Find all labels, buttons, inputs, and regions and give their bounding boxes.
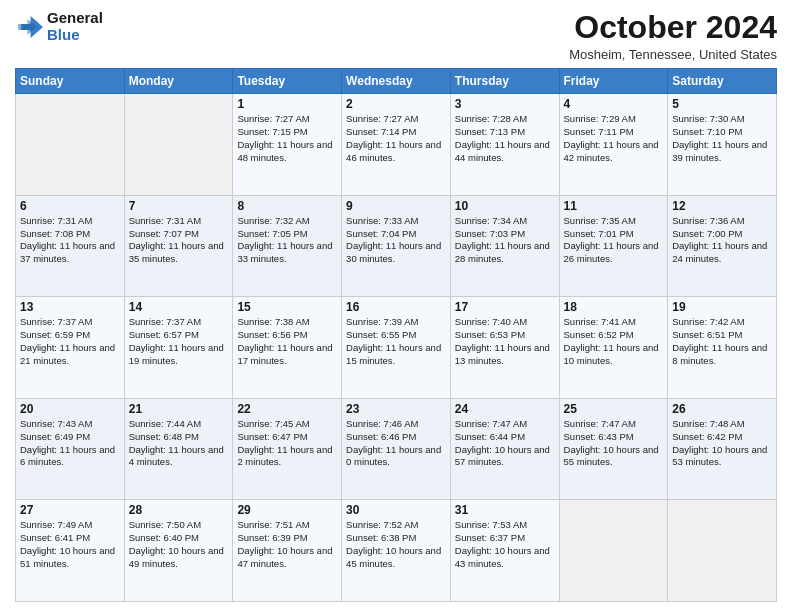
location: Mosheim, Tennessee, United States (569, 47, 777, 62)
day-number: 24 (455, 402, 555, 416)
day-cell: 14Sunrise: 7:37 AMSunset: 6:57 PMDayligh… (124, 297, 233, 399)
month-title: October 2024 (569, 10, 777, 45)
day-cell: 5Sunrise: 7:30 AMSunset: 7:10 PMDaylight… (668, 94, 777, 196)
day-info: Sunrise: 7:47 AMSunset: 6:43 PMDaylight:… (564, 418, 664, 469)
day-info: Sunrise: 7:51 AMSunset: 6:39 PMDaylight:… (237, 519, 337, 570)
page: General Blue October 2024 Mosheim, Tenne… (0, 0, 792, 612)
day-number: 3 (455, 97, 555, 111)
day-info: Sunrise: 7:47 AMSunset: 6:44 PMDaylight:… (455, 418, 555, 469)
day-number: 14 (129, 300, 229, 314)
day-number: 23 (346, 402, 446, 416)
day-info: Sunrise: 7:46 AMSunset: 6:46 PMDaylight:… (346, 418, 446, 469)
day-number: 10 (455, 199, 555, 213)
day-info: Sunrise: 7:49 AMSunset: 6:41 PMDaylight:… (20, 519, 120, 570)
day-number: 15 (237, 300, 337, 314)
day-cell: 7Sunrise: 7:31 AMSunset: 7:07 PMDaylight… (124, 195, 233, 297)
column-header-thursday: Thursday (450, 69, 559, 94)
week-row-3: 13Sunrise: 7:37 AMSunset: 6:59 PMDayligh… (16, 297, 777, 399)
day-info: Sunrise: 7:37 AMSunset: 6:57 PMDaylight:… (129, 316, 229, 367)
day-cell: 30Sunrise: 7:52 AMSunset: 6:38 PMDayligh… (342, 500, 451, 602)
day-cell (668, 500, 777, 602)
day-number: 8 (237, 199, 337, 213)
day-cell: 6Sunrise: 7:31 AMSunset: 7:08 PMDaylight… (16, 195, 125, 297)
day-number: 17 (455, 300, 555, 314)
day-cell: 1Sunrise: 7:27 AMSunset: 7:15 PMDaylight… (233, 94, 342, 196)
day-info: Sunrise: 7:30 AMSunset: 7:10 PMDaylight:… (672, 113, 772, 164)
week-row-5: 27Sunrise: 7:49 AMSunset: 6:41 PMDayligh… (16, 500, 777, 602)
day-number: 25 (564, 402, 664, 416)
day-info: Sunrise: 7:45 AMSunset: 6:47 PMDaylight:… (237, 418, 337, 469)
day-info: Sunrise: 7:28 AMSunset: 7:13 PMDaylight:… (455, 113, 555, 164)
day-cell: 31Sunrise: 7:53 AMSunset: 6:37 PMDayligh… (450, 500, 559, 602)
logo-line2: Blue (47, 27, 103, 44)
day-cell: 15Sunrise: 7:38 AMSunset: 6:56 PMDayligh… (233, 297, 342, 399)
column-header-sunday: Sunday (16, 69, 125, 94)
day-info: Sunrise: 7:50 AMSunset: 6:40 PMDaylight:… (129, 519, 229, 570)
day-number: 12 (672, 199, 772, 213)
day-number: 21 (129, 402, 229, 416)
day-cell: 26Sunrise: 7:48 AMSunset: 6:42 PMDayligh… (668, 398, 777, 500)
day-cell: 17Sunrise: 7:40 AMSunset: 6:53 PMDayligh… (450, 297, 559, 399)
day-number: 26 (672, 402, 772, 416)
day-info: Sunrise: 7:31 AMSunset: 7:07 PMDaylight:… (129, 215, 229, 266)
day-number: 2 (346, 97, 446, 111)
day-cell: 3Sunrise: 7:28 AMSunset: 7:13 PMDaylight… (450, 94, 559, 196)
day-cell: 29Sunrise: 7:51 AMSunset: 6:39 PMDayligh… (233, 500, 342, 602)
day-cell: 18Sunrise: 7:41 AMSunset: 6:52 PMDayligh… (559, 297, 668, 399)
day-number: 28 (129, 503, 229, 517)
day-cell: 22Sunrise: 7:45 AMSunset: 6:47 PMDayligh… (233, 398, 342, 500)
day-cell: 2Sunrise: 7:27 AMSunset: 7:14 PMDaylight… (342, 94, 451, 196)
day-number: 4 (564, 97, 664, 111)
day-number: 18 (564, 300, 664, 314)
day-number: 9 (346, 199, 446, 213)
day-info: Sunrise: 7:33 AMSunset: 7:04 PMDaylight:… (346, 215, 446, 266)
column-header-friday: Friday (559, 69, 668, 94)
day-number: 19 (672, 300, 772, 314)
day-cell (16, 94, 125, 196)
logo: General Blue (15, 10, 103, 43)
day-cell: 4Sunrise: 7:29 AMSunset: 7:11 PMDaylight… (559, 94, 668, 196)
day-cell: 25Sunrise: 7:47 AMSunset: 6:43 PMDayligh… (559, 398, 668, 500)
day-cell (124, 94, 233, 196)
day-info: Sunrise: 7:41 AMSunset: 6:52 PMDaylight:… (564, 316, 664, 367)
header-row: SundayMondayTuesdayWednesdayThursdayFrid… (16, 69, 777, 94)
day-number: 16 (346, 300, 446, 314)
day-info: Sunrise: 7:37 AMSunset: 6:59 PMDaylight:… (20, 316, 120, 367)
day-number: 20 (20, 402, 120, 416)
day-number: 5 (672, 97, 772, 111)
day-info: Sunrise: 7:31 AMSunset: 7:08 PMDaylight:… (20, 215, 120, 266)
day-cell (559, 500, 668, 602)
day-cell: 16Sunrise: 7:39 AMSunset: 6:55 PMDayligh… (342, 297, 451, 399)
day-info: Sunrise: 7:34 AMSunset: 7:03 PMDaylight:… (455, 215, 555, 266)
day-cell: 21Sunrise: 7:44 AMSunset: 6:48 PMDayligh… (124, 398, 233, 500)
day-info: Sunrise: 7:35 AMSunset: 7:01 PMDaylight:… (564, 215, 664, 266)
logo-icon (15, 13, 43, 41)
day-cell: 12Sunrise: 7:36 AMSunset: 7:00 PMDayligh… (668, 195, 777, 297)
day-number: 22 (237, 402, 337, 416)
column-header-monday: Monday (124, 69, 233, 94)
column-header-tuesday: Tuesday (233, 69, 342, 94)
day-info: Sunrise: 7:42 AMSunset: 6:51 PMDaylight:… (672, 316, 772, 367)
column-header-wednesday: Wednesday (342, 69, 451, 94)
day-info: Sunrise: 7:44 AMSunset: 6:48 PMDaylight:… (129, 418, 229, 469)
column-header-saturday: Saturday (668, 69, 777, 94)
day-cell: 20Sunrise: 7:43 AMSunset: 6:49 PMDayligh… (16, 398, 125, 500)
header: General Blue October 2024 Mosheim, Tenne… (15, 10, 777, 62)
day-cell: 24Sunrise: 7:47 AMSunset: 6:44 PMDayligh… (450, 398, 559, 500)
day-info: Sunrise: 7:40 AMSunset: 6:53 PMDaylight:… (455, 316, 555, 367)
day-number: 6 (20, 199, 120, 213)
logo-line1: General (47, 10, 103, 27)
day-cell: 9Sunrise: 7:33 AMSunset: 7:04 PMDaylight… (342, 195, 451, 297)
day-cell: 10Sunrise: 7:34 AMSunset: 7:03 PMDayligh… (450, 195, 559, 297)
day-cell: 11Sunrise: 7:35 AMSunset: 7:01 PMDayligh… (559, 195, 668, 297)
day-cell: 8Sunrise: 7:32 AMSunset: 7:05 PMDaylight… (233, 195, 342, 297)
week-row-2: 6Sunrise: 7:31 AMSunset: 7:08 PMDaylight… (16, 195, 777, 297)
day-cell: 28Sunrise: 7:50 AMSunset: 6:40 PMDayligh… (124, 500, 233, 602)
day-info: Sunrise: 7:38 AMSunset: 6:56 PMDaylight:… (237, 316, 337, 367)
day-cell: 27Sunrise: 7:49 AMSunset: 6:41 PMDayligh… (16, 500, 125, 602)
logo-text: General Blue (47, 10, 103, 43)
day-number: 13 (20, 300, 120, 314)
day-number: 29 (237, 503, 337, 517)
week-row-1: 1Sunrise: 7:27 AMSunset: 7:15 PMDaylight… (16, 94, 777, 196)
day-info: Sunrise: 7:36 AMSunset: 7:00 PMDaylight:… (672, 215, 772, 266)
